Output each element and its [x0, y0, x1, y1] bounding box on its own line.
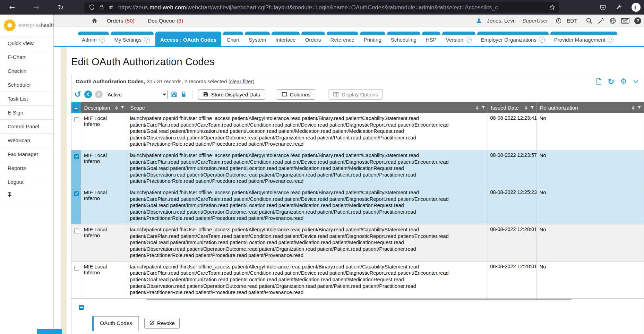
refresh-panel-icon[interactable]: ↻	[608, 78, 614, 85]
status-filter-select[interactable]: Active	[106, 90, 168, 99]
browser-refresh-button[interactable]: ↻	[55, 2, 67, 12]
row-checkbox[interactable]	[74, 266, 79, 271]
table-row[interactable]: MIE Local Inferno launch/patient openid …	[71, 113, 644, 150]
reauth-cell: No	[536, 187, 644, 224]
scope-text: patient/CarePlan.read patient/CareTeam.r…	[130, 196, 485, 203]
tab-scheduling[interactable]: Scheduling	[387, 32, 420, 46]
column-header-issued-date[interactable]: Issued Date	[488, 102, 536, 113]
tab-label: System	[249, 37, 266, 43]
sidebar-item-e-sign[interactable]: E-Sign	[0, 105, 53, 119]
row-checkbox[interactable]	[74, 191, 79, 196]
shield-icon[interactable]	[89, 4, 95, 10]
doc-queue-link[interactable]: Doc Queue (3)	[148, 18, 183, 24]
tab-my-settings[interactable]: My Settings↗	[111, 32, 154, 46]
globe-icon[interactable]	[609, 17, 616, 24]
user-name[interactable]: Jones, Levi	[487, 18, 514, 24]
table-row[interactable]: MIE Local Inferno launch/patient openid …	[71, 224, 644, 261]
sidebar-item-webscan[interactable]: WebScan	[0, 133, 53, 147]
table-row[interactable]: MIE Local Inferno launch/patient openid …	[71, 150, 644, 187]
sidebar-item-reports[interactable]: Reports	[0, 161, 53, 175]
filter-icon[interactable]	[637, 105, 642, 110]
sidebar-item-fax-manager[interactable]: Fax Manager	[0, 147, 53, 161]
no-entry-icon	[149, 320, 155, 326]
table-row[interactable]: MIE Local Inferno launch/patient openid …	[71, 261, 644, 298]
filter-icon[interactable]	[481, 105, 486, 110]
browser-back-button[interactable]: ←	[6, 2, 18, 12]
gear-icon[interactable]: ⚙	[620, 78, 627, 85]
collapse-chevron-icon[interactable]	[633, 79, 639, 84]
sidebar-item-scheduler[interactable]: Scheduler	[0, 78, 53, 92]
sort-icon[interactable]	[115, 106, 118, 110]
row-select-cell	[71, 224, 81, 261]
undo-icon[interactable]: ↺	[74, 91, 81, 98]
filter-icon[interactable]	[120, 105, 125, 110]
tab-provider-management[interactable]: Provider Management↗	[550, 32, 618, 46]
lock-filter-icon[interactable]	[181, 91, 187, 98]
tab-employer-organizations[interactable]: Employer Organizations↗	[477, 32, 549, 46]
tab-access-oauth-codes[interactable]: Access : OAuth Codes	[155, 32, 221, 46]
orders-count: (50)	[125, 18, 135, 24]
profile-avatar[interactable]: L	[632, 3, 641, 12]
previous-page-button[interactable]	[84, 91, 92, 98]
column-header-re-authorization[interactable]: Re-authorization	[536, 102, 644, 113]
row-checkbox[interactable]	[74, 154, 79, 159]
tab-interface[interactable]: Interface	[272, 32, 299, 46]
bottom-select-all-checkbox[interactable]	[79, 305, 84, 310]
app-header: Orders (50) Doc Queue (3) Jones, Levi - …	[54, 15, 644, 27]
orders-link[interactable]: Orders (50)	[107, 18, 135, 24]
display-options-button[interactable]: Display Options	[328, 89, 383, 100]
row-checkbox[interactable]	[74, 117, 79, 122]
save-filter-icon[interactable]	[171, 91, 178, 98]
sidebar-item-checkin[interactable]: Checkin	[0, 64, 53, 78]
wrench-icon[interactable]	[616, 4, 622, 11]
columns-button[interactable]: Columns	[277, 89, 315, 100]
lock-icon[interactable]	[99, 5, 104, 10]
save-icon	[203, 92, 208, 97]
wand-icon[interactable]	[598, 17, 604, 24]
issued-date-cell: 08-08-2022 12:23:57	[488, 150, 536, 187]
select-all-checkbox[interactable]	[74, 106, 78, 111]
sort-icon[interactable]	[525, 106, 527, 110]
next-page-button[interactable]	[95, 91, 103, 98]
bookmark-star-icon[interactable]	[549, 4, 556, 11]
url-text[interactable]: https://zeus.med-web.com/webchart/wctlev…	[118, 4, 545, 11]
sidebar-item-e-chart[interactable]: E-Chart	[0, 50, 53, 64]
tab-hsp[interactable]: HSP	[422, 32, 440, 46]
permissions-icon[interactable]	[108, 4, 114, 10]
scope-text: patient/Observation.read patient/Operati…	[130, 246, 485, 252]
filter-icon[interactable]	[530, 105, 534, 110]
clear-filter-link[interactable]: clear filter	[230, 78, 252, 84]
sidebar-item-task-list[interactable]: Task List	[0, 92, 53, 105]
new-document-icon[interactable]	[596, 78, 602, 85]
tab-oauth-codes[interactable]: OAuth Codes	[92, 316, 139, 331]
tab-chart[interactable]: Chart	[223, 32, 243, 46]
clock-icon[interactable]	[556, 18, 562, 24]
tab-system[interactable]: System	[245, 32, 270, 46]
sidebar-item-quick-view[interactable]: Quick View	[0, 36, 53, 50]
home-icon[interactable]	[91, 18, 98, 24]
pocket-icon[interactable]	[599, 4, 607, 11]
scope-text: patient/Goal.read patient/Immunization.r…	[130, 202, 485, 209]
browser-forward-button[interactable]: →	[31, 2, 42, 12]
tab-version[interactable]: Version↗	[442, 32, 475, 46]
content-inner: Edit OAuth Authorization Codes OAuth Aut…	[67, 47, 644, 334]
column-header-description[interactable]: Description	[81, 102, 127, 113]
row-checkbox[interactable]	[74, 229, 79, 233]
column-header-scope[interactable]: Scope	[127, 102, 488, 113]
keyboard-icon[interactable]	[621, 18, 629, 24]
tab-orders[interactable]: Orders	[301, 32, 325, 46]
search-icon[interactable]	[586, 17, 593, 24]
tab-reference[interactable]: Reference	[327, 32, 358, 46]
sort-icon[interactable]	[476, 106, 479, 110]
revoke-button[interactable]: Revoke	[144, 318, 180, 328]
help-icon[interactable]: ?	[634, 17, 641, 24]
tab-printing[interactable]: Printing	[360, 32, 385, 46]
sort-icon[interactable]	[632, 106, 635, 110]
sidebar-item-logout[interactable]: Logout	[0, 175, 53, 189]
table-row[interactable]: MIE Local Inferno launch/patient openid …	[71, 187, 644, 224]
pushpin-icon[interactable]	[7, 192, 53, 197]
tab-admin[interactable]: Admin↗	[78, 32, 109, 46]
store-displayed-data-button[interactable]: Store Displayed Data	[198, 89, 265, 100]
sidebar-item-control-panel[interactable]: Control Panel	[0, 119, 53, 133]
url-bar[interactable]: https://zeus.med-web.com/webchart/wctlev…	[85, 2, 559, 13]
